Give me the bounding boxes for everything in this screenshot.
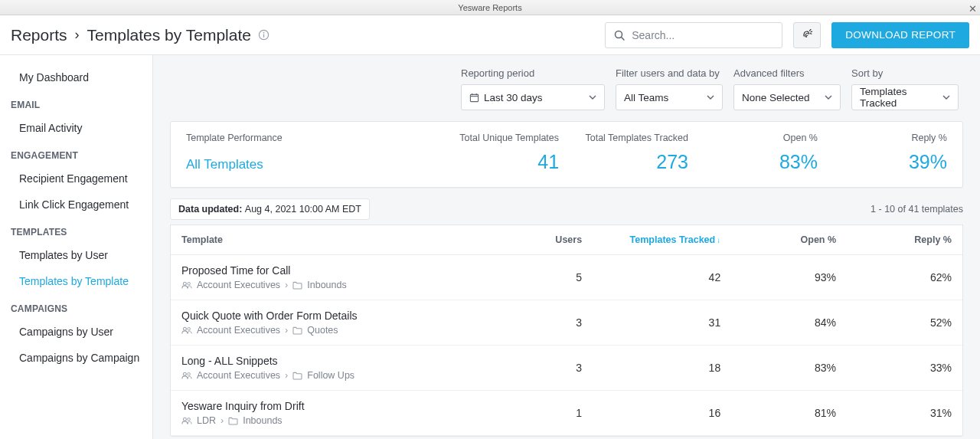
data-updated-badge: Data updated: Aug 4, 2021 10:00 AM EDT (170, 198, 370, 220)
table-row[interactable]: Yesware Inquiry from DriftLDR›Inbounds11… (171, 391, 962, 436)
table-header: Template Users Templates Tracked↓ Open %… (171, 224, 962, 255)
filter-label-advanced: Advanced filters (733, 67, 841, 79)
perf-tracked-value: 273 (559, 151, 688, 173)
col-open[interactable]: Open % (720, 234, 836, 245)
cell-open: 93% (720, 271, 836, 283)
svg-point-16 (188, 418, 191, 421)
svg-point-10 (188, 283, 191, 286)
sidebar-item-recipient-engagement[interactable]: Recipient Engagement (0, 165, 152, 192)
sidebar-heading-templates: TEMPLATES (0, 218, 152, 242)
breadcrumb: Reports › Templates by Template (11, 26, 270, 44)
window-title: Yesware Reports (458, 3, 521, 12)
filter-row: Reporting period Last 30 days Filter use… (153, 55, 980, 121)
topbar: Reports › Templates by Template DOWNLOAD… (0, 15, 980, 55)
template-name: Long - ALL Snippets (181, 355, 489, 367)
cell-tracked: 16 (582, 407, 720, 419)
search-icon (613, 29, 626, 41)
people-icon (181, 416, 192, 425)
perf-reply-value: 39% (818, 151, 947, 173)
sidebar-item-campaigns-by-campaign[interactable]: Campaigns by Campaign (0, 345, 152, 371)
cell-users: 3 (489, 316, 582, 329)
sidebar-item-templates-by-user[interactable]: Templates by User (0, 242, 152, 268)
perf-header-open: Open % (688, 133, 818, 143)
reporting-period-select[interactable]: Last 30 days (461, 84, 605, 110)
svg-rect-5 (470, 94, 478, 101)
download-report-button[interactable]: DOWNLOAD REPORT (831, 22, 969, 48)
main-content: Reporting period Last 30 days Filter use… (153, 55, 980, 439)
perf-unique-value: 41 (430, 151, 559, 173)
filter-users-select[interactable]: All Teams (616, 84, 723, 110)
filter-label-period: Reporting period (461, 67, 605, 79)
template-path: Account Executives›Inbounds (181, 280, 489, 290)
cell-reply: 33% (836, 362, 952, 374)
col-users[interactable]: Users (489, 234, 582, 245)
calendar-icon (469, 93, 479, 103)
cell-tracked: 42 (582, 271, 720, 283)
sidebar-heading-email: EMAIL (0, 90, 152, 115)
chevron-down-icon (707, 93, 714, 101)
table-row[interactable]: Quick Quote with Order Form DetailsAccou… (171, 300, 962, 346)
col-reply[interactable]: Reply % (836, 234, 952, 245)
cell-users: 3 (489, 362, 582, 374)
sidebar-item-campaigns-by-user[interactable]: Campaigns by User (0, 319, 152, 345)
cell-users: 1 (489, 407, 582, 419)
perf-header-name: Template Performance (186, 133, 430, 143)
close-icon[interactable]: ✕ (969, 2, 977, 17)
col-template[interactable]: Template (181, 234, 489, 245)
pagination-range: 1 - 10 of 41 templates (871, 204, 963, 215)
search-input[interactable] (632, 29, 774, 41)
breadcrumb-root[interactable]: Reports (11, 26, 67, 44)
chevron-down-icon (942, 93, 950, 101)
table-body: Proposed Time for CallAccount Executives… (171, 255, 962, 436)
advanced-filters-select[interactable]: None Selected (733, 84, 841, 110)
chevron-right-icon: › (285, 370, 288, 381)
svg-point-1 (263, 32, 265, 34)
perf-header-unique: Total Unique Templates (430, 133, 559, 143)
template-path: LDR›Inbounds (181, 415, 489, 426)
sidebar-item-templates-by-template[interactable]: Templates by Template (0, 268, 152, 294)
wave-button[interactable] (793, 22, 821, 48)
filter-label-users: Filter users and data by (616, 67, 723, 79)
template-path: Account Executives›Follow Ups (181, 370, 489, 381)
folder-icon (292, 326, 302, 335)
info-icon[interactable] (258, 29, 270, 41)
cell-reply: 31% (836, 407, 952, 419)
sidebar-item-my-dashboard[interactable]: My Dashboard (0, 64, 152, 90)
sidebar-heading-engagement: ENGAGEMENT (0, 141, 152, 165)
template-name: Proposed Time for Call (181, 264, 489, 277)
cell-open: 81% (720, 407, 836, 419)
page-title: Templates by Template (87, 26, 251, 44)
folder-icon (292, 281, 302, 290)
cell-open: 84% (720, 316, 836, 329)
table-row[interactable]: Long - ALL SnippetsAccount Executives›Fo… (171, 346, 962, 391)
template-path: Account Executives›Quotes (181, 325, 489, 336)
templates-table: Template Users Templates Tracked↓ Open %… (170, 224, 963, 437)
people-icon (181, 326, 192, 335)
svg-point-14 (188, 373, 191, 376)
table-row[interactable]: Proposed Time for CallAccount Executives… (171, 255, 962, 300)
col-tracked[interactable]: Templates Tracked↓ (582, 234, 720, 245)
wave-icon (799, 28, 815, 43)
svg-point-9 (183, 282, 186, 285)
perf-name[interactable]: All Templates (186, 157, 430, 172)
sidebar-item-link-click-engagement[interactable]: Link Click Engagement (0, 192, 152, 218)
folder-icon (292, 372, 302, 380)
sort-by-select[interactable]: Templates Tracked (851, 84, 959, 110)
window-titlebar: Yesware Reports ✕ (0, 0, 980, 15)
filter-label-sort: Sort by (851, 67, 959, 79)
svg-point-12 (188, 328, 191, 331)
cell-tracked: 31 (582, 316, 720, 329)
svg-point-15 (183, 418, 186, 421)
perf-open-value: 83% (688, 151, 818, 173)
template-name: Yesware Inquiry from Drift (181, 400, 489, 412)
chevron-right-icon: › (285, 325, 288, 336)
svg-point-11 (183, 327, 186, 330)
cell-open: 83% (720, 362, 836, 374)
template-name: Quick Quote with Order Form Details (181, 310, 489, 322)
chevron-down-icon (825, 93, 832, 101)
search-input-container[interactable] (605, 22, 782, 48)
sidebar-heading-campaigns: CAMPAIGNS (0, 294, 152, 319)
folder-icon (228, 417, 238, 425)
cell-users: 5 (489, 271, 582, 283)
sidebar-item-email-activity[interactable]: Email Activity (0, 115, 152, 141)
